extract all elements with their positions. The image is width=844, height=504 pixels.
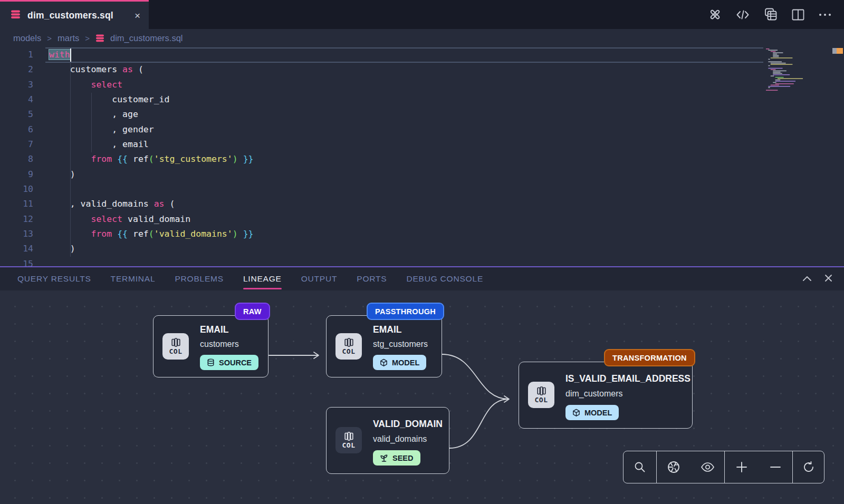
lineage-toolbar: [623, 451, 824, 483]
lineage-tag-passthrough: PASSTHROUGH: [367, 303, 444, 320]
column-type-icon: COL: [162, 333, 189, 360]
database-icon-label: SOURCE: [219, 358, 252, 367]
node-type-badge-model[interactable]: MODEL: [565, 405, 619, 420]
tab-strip: dim_customers.sql ×: [0, 0, 844, 29]
column-type-icon: COL: [528, 382, 554, 408]
breadcrumb-models[interactable]: models: [13, 33, 41, 43]
column-type-icon: COL: [335, 427, 362, 453]
more-actions-icon[interactable]: [819, 13, 831, 16]
panel-tab-query-results[interactable]: QUERY RESULTS: [17, 267, 91, 290]
lineage-canvas[interactable]: COL EMAIL customers SOURCE RAW COL: [0, 290, 844, 504]
chevron-up-icon[interactable]: [802, 274, 812, 284]
col-label: COL: [535, 396, 548, 404]
table-name: dim_customers: [565, 389, 622, 399]
database-file-icon: [11, 10, 21, 21]
cube-icon-label: MODEL: [392, 358, 419, 367]
breadcrumb: models > marts > dim_customers.sql: [0, 29, 844, 47]
code-icon[interactable]: [736, 9, 750, 21]
panel-tab-terminal[interactable]: TERMINAL: [111, 267, 156, 290]
zoom-in-icon[interactable]: [730, 455, 753, 479]
table-name: customers: [200, 340, 239, 349]
breadcrumb-separator: >: [47, 34, 52, 43]
column-name: EMAIL: [373, 324, 401, 335]
panel-tab-lineage[interactable]: LINEAGE: [243, 267, 282, 290]
node-type-badge-model[interactable]: MODEL: [373, 355, 426, 370]
col-label: COL: [342, 441, 356, 449]
code-editor[interactable]: 123456789101112131415 with customers as …: [0, 47, 844, 266]
table-name: stg_customers: [373, 340, 428, 349]
column-name: EMAIL: [200, 324, 228, 335]
breadcrumb-file[interactable]: dim_customers.sql: [110, 33, 183, 43]
seedling-icon-label: SEED: [392, 454, 414, 462]
tab-close-icon[interactable]: ×: [135, 11, 140, 21]
minimap[interactable]: [764, 47, 817, 95]
close-icon[interactable]: [824, 274, 832, 284]
panel-tab-debug-console[interactable]: DEBUG CONSOLE: [406, 267, 483, 290]
cube-icon-label: MODEL: [584, 409, 612, 417]
bottom-panel: QUERY RESULTS TERMINAL PROBLEMS LINEAGE …: [0, 266, 844, 504]
panel-tab-problems[interactable]: PROBLEMS: [175, 267, 224, 290]
lineage-tag-raw: RAW: [235, 303, 270, 320]
code-lines: with customers as ( select customer_id ,…: [49, 47, 254, 266]
breadcrumb-marts[interactable]: marts: [57, 33, 79, 43]
col-label: COL: [169, 347, 183, 355]
panel-tab-output[interactable]: OUTPUT: [301, 267, 338, 290]
lineage-node-customers[interactable]: COL EMAIL customers SOURCE: [153, 315, 268, 377]
column-name: VALID_DOMAIN: [373, 419, 443, 430]
tab-title: dim_customers.sql: [27, 10, 113, 21]
split-editor-icon[interactable]: [792, 9, 804, 21]
overview-ruler-mark: [832, 48, 837, 54]
table-name: valid_domains: [373, 434, 427, 444]
editor-tab-dim-customers[interactable]: dim_customers.sql ×: [0, 0, 149, 29]
preview-table-icon[interactable]: [764, 8, 778, 21]
lineage-node-dim-customers[interactable]: COL IS_VALID_EMAIL_ADDRESS dim_customers…: [519, 362, 693, 429]
refresh-icon[interactable]: [797, 455, 820, 479]
dbt-icon[interactable]: [708, 8, 722, 21]
node-type-badge-source[interactable]: SOURCE: [200, 355, 258, 370]
text-cursor: [70, 49, 71, 62]
overview-ruler-marker-orange: [837, 48, 843, 54]
column-name: IS_VALID_EMAIL_ADDRESS: [565, 373, 690, 384]
eye-icon[interactable]: [696, 455, 719, 479]
database-file-icon: [95, 34, 104, 42]
search-icon[interactable]: [628, 455, 651, 479]
panel-tab-ports[interactable]: PORTS: [357, 267, 387, 290]
zoom-out-icon[interactable]: [764, 455, 787, 479]
lineage-node-valid-domains[interactable]: COL VALID_DOMAIN valid_domains SEED: [326, 407, 449, 474]
panel-tab-bar: QUERY RESULTS TERMINAL PROBLEMS LINEAGE …: [0, 267, 844, 290]
node-type-badge-seed[interactable]: SEED: [373, 450, 420, 466]
column-type-icon: COL: [335, 333, 362, 360]
aperture-icon[interactable]: [662, 455, 685, 479]
breadcrumb-separator: >: [85, 34, 90, 43]
lineage-tag-transformation: TRANSFORMATION: [604, 349, 695, 366]
line-numbers: 123456789101112131415: [0, 47, 33, 266]
col-label: COL: [342, 347, 356, 355]
lineage-node-stg-customers[interactable]: COL EMAIL stg_customers MODEL: [326, 315, 442, 377]
app-window: dim_customers.sql ×: [0, 0, 844, 504]
editor-actions: [708, 0, 844, 29]
